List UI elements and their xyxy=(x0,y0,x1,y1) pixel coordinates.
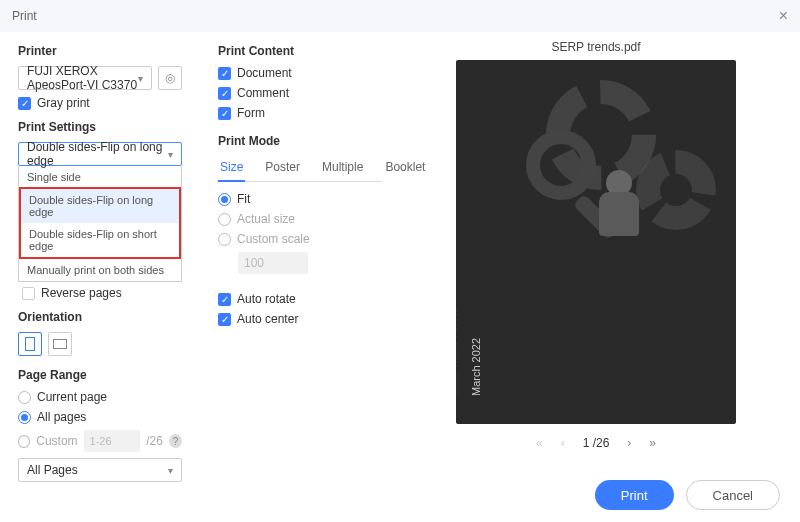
page-range-heading: Page Range xyxy=(18,368,182,382)
reverse-pages-checkbox[interactable] xyxy=(22,287,35,300)
gray-print-checkbox[interactable]: ✓ xyxy=(18,97,31,110)
gear-icon xyxy=(636,150,716,230)
tab-size[interactable]: Size xyxy=(218,156,245,182)
titlebar: Print × xyxy=(0,0,800,32)
pager-first-button[interactable]: « xyxy=(536,436,543,450)
auto-rotate-label: Auto rotate xyxy=(237,292,296,306)
magnifier-icon xyxy=(526,130,596,200)
gray-print-label: Gray print xyxy=(37,96,90,110)
reverse-pages-label: Reverse pages xyxy=(41,286,122,300)
current-page-radio[interactable] xyxy=(18,391,31,404)
printer-heading: Printer xyxy=(18,44,182,58)
cancel-button[interactable]: Cancel xyxy=(686,480,780,510)
orientation-heading: Orientation xyxy=(18,310,182,324)
chevron-down-icon: ▾ xyxy=(168,465,173,476)
print-content-heading: Print Content xyxy=(218,44,382,58)
actual-size-radio[interactable] xyxy=(218,213,231,226)
actual-size-label: Actual size xyxy=(237,212,295,226)
pager-prev-button[interactable]: ‹ xyxy=(561,436,565,450)
custom-scale-label: Custom scale xyxy=(237,232,310,246)
window-title: Print xyxy=(12,9,37,23)
orientation-portrait-button[interactable] xyxy=(18,332,42,356)
all-pages-label: All pages xyxy=(37,410,86,424)
duplex-option-manual[interactable]: Manually print on both sides xyxy=(19,259,181,281)
orientation-landscape-button[interactable] xyxy=(48,332,72,356)
total-pages-label: /26 xyxy=(146,434,163,448)
pager-next-button[interactable]: › xyxy=(627,436,631,450)
comment-label: Comment xyxy=(237,86,289,100)
current-page-label: Current page xyxy=(37,390,107,404)
document-label: Document xyxy=(237,66,292,80)
printer-properties-button[interactable]: ◎ xyxy=(158,66,182,90)
form-label: Form xyxy=(237,106,265,120)
pager-last-button[interactable]: » xyxy=(649,436,656,450)
form-checkbox[interactable]: ✓ xyxy=(218,107,231,120)
print-button[interactable]: Print xyxy=(595,480,674,510)
portrait-icon xyxy=(25,337,35,351)
person-icon xyxy=(606,170,639,236)
chevron-down-icon: ▾ xyxy=(138,73,143,84)
auto-center-label: Auto center xyxy=(237,312,298,326)
auto-center-checkbox[interactable]: ✓ xyxy=(218,313,231,326)
custom-scale-input[interactable]: 100 xyxy=(238,252,308,274)
custom-range-label: Custom xyxy=(36,434,77,448)
duplex-option-short-edge[interactable]: Double sides-Flip on short edge xyxy=(21,223,179,257)
help-icon[interactable]: ? xyxy=(169,434,182,448)
fit-radio[interactable] xyxy=(218,193,231,206)
custom-range-radio[interactable] xyxy=(18,435,30,448)
highlight-annotation: Double sides-Flip on long edge Double si… xyxy=(19,187,181,259)
duplex-dropdown-list: Single side Double sides-Flip on long ed… xyxy=(18,166,182,282)
custom-range-input[interactable]: 1-26 xyxy=(84,430,141,452)
duplex-option-single[interactable]: Single side xyxy=(19,166,181,188)
tab-poster[interactable]: Poster xyxy=(263,156,302,181)
print-mode-heading: Print Mode xyxy=(218,134,382,148)
pager-indicator: 1 /26 xyxy=(583,436,610,450)
landscape-icon xyxy=(53,339,67,349)
fit-label: Fit xyxy=(237,192,250,206)
close-icon[interactable]: × xyxy=(779,7,788,25)
auto-rotate-checkbox[interactable]: ✓ xyxy=(218,293,231,306)
duplex-select-value: Double sides-Flip on long edge xyxy=(27,140,168,168)
all-pages-radio[interactable] xyxy=(18,411,31,424)
preview-pager: « ‹ 1 /26 › » xyxy=(536,436,656,450)
print-mode-tabs: Size Poster Multiple Booklet xyxy=(218,156,382,182)
custom-scale-radio[interactable] xyxy=(218,233,231,246)
duplex-select[interactable]: Double sides-Flip on long edge ▾ xyxy=(18,142,182,166)
chevron-down-icon: ▾ xyxy=(168,149,173,160)
page-subset-value: All Pages xyxy=(27,463,78,477)
preview-page: • similarweb SERP Feature Trends Every S… xyxy=(456,60,736,424)
printer-select[interactable]: FUJI XEROX ApeosPort-VI C3370 ▾ xyxy=(18,66,152,90)
printer-select-value: FUJI XEROX ApeosPort-VI C3370 xyxy=(27,64,138,92)
document-checkbox[interactable]: ✓ xyxy=(218,67,231,80)
preview-filename: SERP trends.pdf xyxy=(551,40,640,54)
preview-text: • similarweb SERP Feature Trends Every S… xyxy=(456,308,482,396)
tab-multiple[interactable]: Multiple xyxy=(320,156,365,181)
duplex-option-long-edge[interactable]: Double sides-Flip on long edge xyxy=(21,189,179,223)
page-subset-select[interactable]: All Pages ▾ xyxy=(18,458,182,482)
comment-checkbox[interactable]: ✓ xyxy=(218,87,231,100)
print-settings-heading: Print Settings xyxy=(18,120,182,134)
